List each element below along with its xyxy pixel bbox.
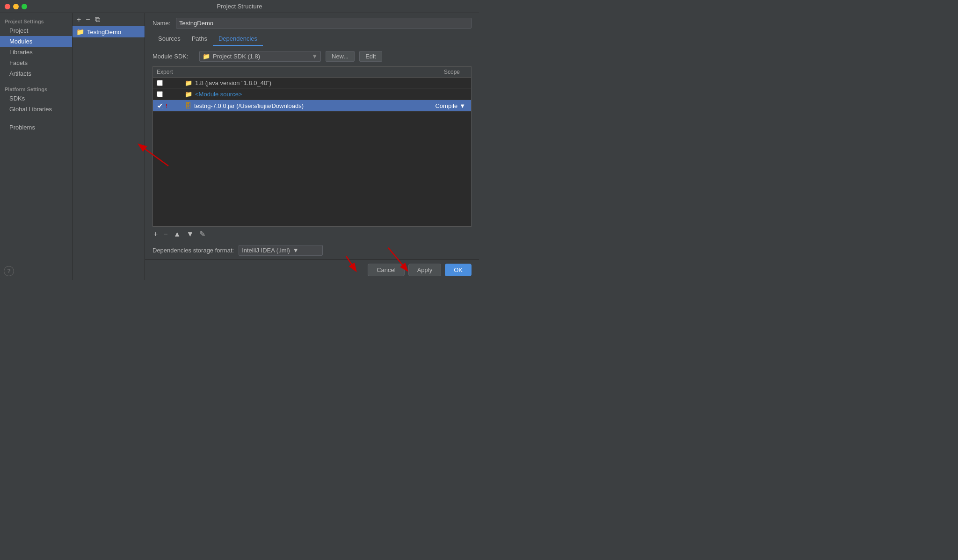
deps-up-button[interactable]: ▲ — [173, 230, 182, 238]
footer: Cancel Apply OK — [145, 259, 479, 280]
project-settings-section: Project Settings — [0, 17, 72, 25]
tab-dependencies[interactable]: Dependencies — [213, 32, 263, 46]
storage-label: Dependencies storage format: — [152, 247, 234, 254]
sdk-new-button[interactable]: New... — [326, 51, 355, 62]
storage-dropdown-icon: ▼ — [293, 247, 299, 254]
dep-folder-icon-jdk: 📁 — [185, 79, 192, 86]
name-row: Name: — [145, 13, 479, 32]
sidebar-item-global-libraries[interactable]: Global Libraries — [0, 104, 72, 115]
module-panel: + − ⧉ 📁 TestngDemo — [73, 13, 145, 280]
deps-toolbar: + − ▲ ▼ ✎ — [145, 227, 479, 241]
deps-edit-button[interactable]: ✎ — [198, 230, 206, 238]
dep-checkbox-module-source — [157, 91, 185, 97]
sdk-select[interactable]: 📁 Project SDK (1.8) ▼ — [199, 51, 321, 62]
module-item-testng[interactable]: 📁 TestngDemo — [73, 26, 145, 37]
sdk-edit-button[interactable]: Edit — [359, 51, 382, 62]
sidebar-item-project[interactable]: Project — [0, 25, 72, 36]
name-label: Name: — [152, 20, 171, 27]
tab-sources[interactable]: Sources — [152, 32, 186, 46]
dep-row-jdk[interactable]: 📁 1.8 (java version "1.8.0_40") — [153, 78, 471, 89]
sidebar-item-artifacts[interactable]: Artifacts — [0, 68, 72, 79]
sdk-folder-icon: 📁 — [203, 53, 210, 60]
dep-checkbox-jdk — [157, 80, 185, 86]
dep-check-module-source[interactable] — [157, 91, 163, 97]
deps-table: Export Scope 📁 1.8 (java version "1.8.0_… — [152, 66, 472, 227]
deps-table-header: Export Scope — [153, 67, 471, 78]
deps-body: 📁 1.8 (java version "1.8.0_40") 📁 <Modul… — [153, 78, 471, 226]
maximize-button[interactable] — [22, 4, 27, 9]
export-col-header: Export — [157, 69, 185, 75]
module-folder-icon: 📁 — [76, 28, 84, 36]
title-bar: Project Structure — [0, 0, 479, 13]
minimize-button[interactable] — [13, 4, 19, 9]
module-toolbar: + − ⧉ — [73, 13, 145, 26]
storage-select[interactable]: IntelliJ IDEA (.iml) ▼ — [239, 245, 323, 256]
dep-name-testng: 🗄 testng-7.0.0.jar (/Users/liujia/Downlo… — [185, 102, 421, 109]
storage-row: Dependencies storage format: IntelliJ ID… — [145, 241, 479, 259]
help-button[interactable]: ? — [4, 266, 14, 276]
close-button[interactable] — [5, 4, 10, 9]
platform-settings-section: Platform Settings — [0, 85, 72, 93]
dep-check-jdk[interactable] — [157, 80, 163, 86]
dep-checkbox-testng: ! — [157, 103, 185, 109]
scope-dropdown-arrow[interactable]: ▼ — [459, 102, 465, 109]
dep-row-testng[interactable]: ! 🗄 testng-7.0.0.jar (/Users/liujia/Down… — [153, 100, 471, 112]
sdk-dropdown-icon: ▼ — [312, 53, 318, 60]
sidebar-item-problems[interactable]: Problems — [0, 122, 72, 133]
apply-button[interactable]: Apply — [408, 264, 442, 276]
sdk-label: Module SDK: — [152, 53, 195, 60]
cancel-button[interactable]: Cancel — [368, 264, 404, 276]
sidebar: Project Settings Project Modules Librari… — [0, 13, 73, 280]
sidebar-item-facets[interactable]: Facets — [0, 57, 72, 68]
name-input[interactable] — [176, 18, 472, 29]
dep-scope-testng[interactable]: Compile ▼ — [421, 102, 467, 109]
dep-name-jdk: 📁 1.8 (java version "1.8.0_40") — [185, 79, 421, 86]
tabs-row: Sources Paths Dependencies — [145, 32, 479, 46]
ok-button[interactable]: OK — [445, 264, 472, 276]
sidebar-item-libraries[interactable]: Libraries — [0, 47, 72, 57]
scope-col-header: Scope — [421, 69, 467, 75]
deps-down-button[interactable]: ▼ — [186, 230, 195, 238]
window-title: Project Structure — [217, 3, 262, 10]
dep-jar-icon: 🗄 — [185, 102, 191, 109]
sidebar-item-sdks[interactable]: SDKs — [0, 93, 72, 104]
module-list: 📁 TestngDemo — [73, 26, 145, 280]
name-col-header — [185, 69, 421, 75]
dep-check-testng[interactable] — [157, 103, 163, 109]
add-module-button[interactable]: + — [75, 16, 82, 23]
sidebar-item-modules[interactable]: Modules — [0, 36, 72, 47]
right-panel: Name: Sources Paths Dependencies Module … — [145, 13, 479, 280]
copy-module-button[interactable]: ⧉ — [94, 16, 102, 23]
deps-add-button[interactable]: + — [152, 230, 159, 238]
remove-module-button[interactable]: − — [84, 16, 91, 23]
dep-folder-icon-module: 📁 — [185, 91, 192, 98]
sdk-row: Module SDK: 📁 Project SDK (1.8) ▼ New...… — [145, 46, 479, 66]
deps-remove-button[interactable]: − — [162, 230, 168, 238]
dep-row-module-source[interactable]: 📁 <Module source> — [153, 89, 471, 100]
traffic-lights — [5, 4, 27, 9]
dep-name-module-source: 📁 <Module source> — [185, 91, 421, 98]
arrow-indicator: ! — [166, 103, 167, 108]
tab-paths[interactable]: Paths — [186, 32, 213, 46]
